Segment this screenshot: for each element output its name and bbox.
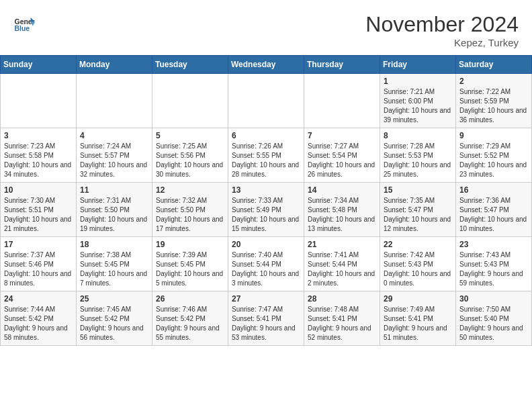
calendar-cell: 8Sunrise: 7:28 AMSunset: 5:53 PMDaylight… [380, 128, 456, 183]
day-number: 30 [459, 294, 528, 304]
day-number: 26 [156, 294, 224, 304]
calendar-cell: 12Sunrise: 7:32 AMSunset: 5:50 PMDayligh… [152, 183, 228, 237]
day-info: Sunrise: 7:44 AMSunset: 5:42 PMDaylight:… [4, 305, 73, 342]
calendar-cell: 24Sunrise: 7:44 AMSunset: 5:42 PMDayligh… [1, 291, 77, 346]
calendar-cell: 22Sunrise: 7:42 AMSunset: 5:43 PMDayligh… [380, 237, 456, 291]
calendar-cell: 17Sunrise: 7:37 AMSunset: 5:46 PMDayligh… [1, 237, 77, 291]
calendar-cell: 30Sunrise: 7:50 AMSunset: 5:40 PMDayligh… [456, 291, 532, 346]
day-number: 29 [384, 294, 452, 304]
day-info: Sunrise: 7:32 AMSunset: 5:50 PMDaylight:… [156, 196, 224, 234]
day-number: 18 [80, 240, 148, 249]
day-info: Sunrise: 7:47 AMSunset: 5:41 PMDaylight:… [232, 305, 300, 342]
day-info: Sunrise: 7:37 AMSunset: 5:46 PMDaylight:… [4, 250, 73, 288]
day-number: 2 [459, 77, 528, 86]
day-number: 28 [308, 294, 376, 304]
day-number: 15 [384, 185, 452, 195]
calendar-header-row: SundayMondayTuesdayWednesdayThursdayFrid… [1, 56, 532, 74]
day-info: Sunrise: 7:45 AMSunset: 5:42 PMDaylight:… [80, 305, 148, 342]
day-info: Sunrise: 7:49 AMSunset: 5:41 PMDaylight:… [384, 305, 452, 342]
day-number: 25 [80, 294, 148, 304]
day-number: 16 [459, 185, 528, 195]
calendar-week-5: 24Sunrise: 7:44 AMSunset: 5:42 PMDayligh… [1, 291, 532, 346]
day-number: 8 [384, 131, 452, 140]
day-info: Sunrise: 7:25 AMSunset: 5:56 PMDaylight:… [156, 142, 224, 179]
calendar-cell: 3Sunrise: 7:23 AMSunset: 5:58 PMDaylight… [1, 128, 77, 183]
calendar-cell: 11Sunrise: 7:31 AMSunset: 5:50 PMDayligh… [77, 183, 152, 237]
calendar-week-4: 17Sunrise: 7:37 AMSunset: 5:46 PMDayligh… [1, 237, 532, 291]
day-number: 24 [4, 294, 73, 304]
day-info: Sunrise: 7:35 AMSunset: 5:47 PMDaylight:… [384, 196, 452, 234]
day-number: 6 [232, 131, 300, 140]
calendar-cell: 19Sunrise: 7:39 AMSunset: 5:45 PMDayligh… [152, 237, 228, 291]
calendar-cell: 21Sunrise: 7:41 AMSunset: 5:44 PMDayligh… [304, 237, 380, 291]
day-info: Sunrise: 7:43 AMSunset: 5:43 PMDaylight:… [459, 250, 528, 288]
day-info: Sunrise: 7:33 AMSunset: 5:49 PMDaylight:… [232, 196, 300, 234]
calendar-cell [77, 74, 152, 128]
svg-text:Blue: Blue [15, 25, 30, 32]
day-number: 12 [156, 185, 224, 195]
day-info: Sunrise: 7:41 AMSunset: 5:44 PMDaylight:… [308, 250, 376, 288]
day-number: 19 [156, 240, 224, 249]
calendar-week-1: 1Sunrise: 7:21 AMSunset: 6:00 PMDaylight… [1, 74, 532, 128]
location: Kepez, Turkey [365, 37, 519, 48]
day-info: Sunrise: 7:30 AMSunset: 5:51 PMDaylight:… [4, 196, 73, 234]
day-info: Sunrise: 7:27 AMSunset: 5:54 PMDaylight:… [308, 142, 376, 179]
calendar-cell: 7Sunrise: 7:27 AMSunset: 5:54 PMDaylight… [304, 128, 380, 183]
day-info: Sunrise: 7:29 AMSunset: 5:52 PMDaylight:… [459, 142, 528, 179]
calendar-cell: 2Sunrise: 7:22 AMSunset: 5:59 PMDaylight… [456, 74, 532, 128]
day-info: Sunrise: 7:21 AMSunset: 6:00 PMDaylight:… [384, 87, 452, 125]
calendar-cell: 1Sunrise: 7:21 AMSunset: 6:00 PMDaylight… [380, 74, 456, 128]
weekday-header-sunday: Sunday [1, 56, 77, 74]
weekday-header-saturday: Saturday [456, 56, 532, 74]
day-info: Sunrise: 7:39 AMSunset: 5:45 PMDaylight:… [156, 250, 224, 288]
calendar-cell: 20Sunrise: 7:40 AMSunset: 5:44 PMDayligh… [228, 237, 304, 291]
day-info: Sunrise: 7:26 AMSunset: 5:55 PMDaylight:… [232, 142, 300, 179]
day-info: Sunrise: 7:23 AMSunset: 5:58 PMDaylight:… [4, 142, 73, 179]
calendar-cell: 14Sunrise: 7:34 AMSunset: 5:48 PMDayligh… [304, 183, 380, 237]
day-number: 4 [80, 131, 148, 140]
weekday-header-friday: Friday [380, 56, 456, 74]
calendar-cell: 5Sunrise: 7:25 AMSunset: 5:56 PMDaylight… [152, 128, 228, 183]
day-number: 7 [308, 131, 376, 140]
day-info: Sunrise: 7:38 AMSunset: 5:45 PMDaylight:… [80, 250, 148, 288]
day-info: Sunrise: 7:34 AMSunset: 5:48 PMDaylight:… [308, 196, 376, 234]
month-title: November 2024 [365, 12, 519, 37]
weekday-header-tuesday: Tuesday [152, 56, 228, 74]
day-info: Sunrise: 7:40 AMSunset: 5:44 PMDaylight:… [232, 250, 300, 288]
day-number: 17 [4, 240, 73, 249]
day-number: 13 [232, 185, 300, 195]
weekday-header-monday: Monday [77, 56, 152, 74]
calendar-cell: 15Sunrise: 7:35 AMSunset: 5:47 PMDayligh… [380, 183, 456, 237]
day-info: Sunrise: 7:36 AMSunset: 5:47 PMDaylight:… [459, 196, 528, 234]
day-number: 21 [308, 240, 376, 249]
calendar-cell: 18Sunrise: 7:38 AMSunset: 5:45 PMDayligh… [77, 237, 152, 291]
calendar-cell: 4Sunrise: 7:24 AMSunset: 5:57 PMDaylight… [77, 128, 152, 183]
calendar-cell: 16Sunrise: 7:36 AMSunset: 5:47 PMDayligh… [456, 183, 532, 237]
day-info: Sunrise: 7:48 AMSunset: 5:41 PMDaylight:… [308, 305, 376, 342]
calendar-cell: 28Sunrise: 7:48 AMSunset: 5:41 PMDayligh… [304, 291, 380, 346]
day-info: Sunrise: 7:24 AMSunset: 5:57 PMDaylight:… [80, 142, 148, 179]
logo-icon: General Blue [13, 12, 35, 34]
day-info: Sunrise: 7:28 AMSunset: 5:53 PMDaylight:… [384, 142, 452, 179]
calendar-cell: 27Sunrise: 7:47 AMSunset: 5:41 PMDayligh… [228, 291, 304, 346]
calendar-week-2: 3Sunrise: 7:23 AMSunset: 5:58 PMDaylight… [1, 128, 532, 183]
logo: General Blue [13, 12, 35, 34]
title-block: November 2024 Kepez, Turkey [365, 12, 519, 48]
calendar-cell: 10Sunrise: 7:30 AMSunset: 5:51 PMDayligh… [1, 183, 77, 237]
calendar-table: SundayMondayTuesdayWednesdayThursdayFrid… [0, 55, 532, 346]
day-info: Sunrise: 7:42 AMSunset: 5:43 PMDaylight:… [384, 250, 452, 288]
day-info: Sunrise: 7:46 AMSunset: 5:42 PMDaylight:… [156, 305, 224, 342]
day-number: 1 [384, 77, 452, 86]
day-number: 3 [4, 131, 73, 140]
day-info: Sunrise: 7:22 AMSunset: 5:59 PMDaylight:… [459, 87, 528, 125]
calendar-cell: 23Sunrise: 7:43 AMSunset: 5:43 PMDayligh… [456, 237, 532, 291]
calendar-cell: 26Sunrise: 7:46 AMSunset: 5:42 PMDayligh… [152, 291, 228, 346]
day-number: 22 [384, 240, 452, 249]
day-number: 11 [80, 185, 148, 195]
calendar-cell: 25Sunrise: 7:45 AMSunset: 5:42 PMDayligh… [77, 291, 152, 346]
calendar-cell [304, 74, 380, 128]
weekday-header-thursday: Thursday [304, 56, 380, 74]
calendar-cell: 29Sunrise: 7:49 AMSunset: 5:41 PMDayligh… [380, 291, 456, 346]
calendar-cell: 13Sunrise: 7:33 AMSunset: 5:49 PMDayligh… [228, 183, 304, 237]
calendar-cell [228, 74, 304, 128]
